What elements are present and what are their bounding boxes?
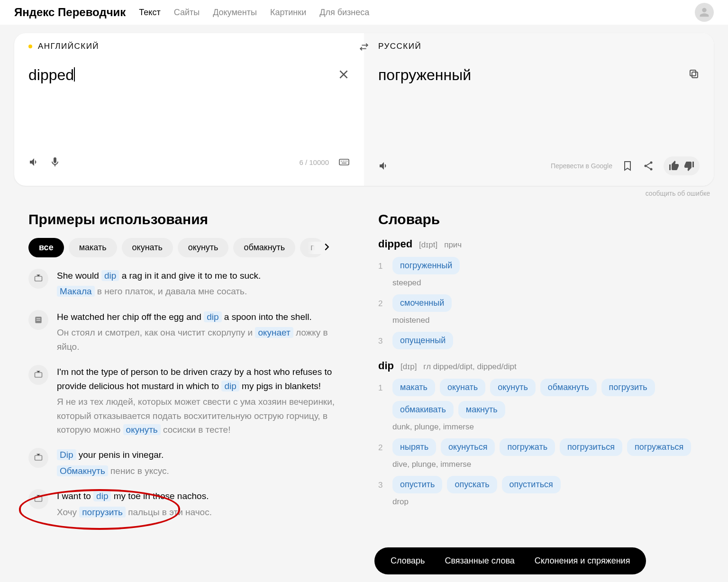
nav-documents[interactable]: Документы (213, 8, 257, 18)
swap-languages-icon[interactable] (359, 42, 369, 54)
svg-rect-8 (36, 318, 40, 319)
dict-tag[interactable]: опускать (447, 476, 497, 493)
example-source-icon[interactable] (28, 448, 48, 468)
nav-images[interactable]: Картинки (270, 8, 306, 18)
highlight-word[interactable]: dip (93, 491, 111, 501)
dict-gloss: dive, plunge, immerse (392, 460, 700, 469)
dict-sense: 2 смоченный moistened (378, 294, 700, 325)
sense-number: 2 (378, 294, 384, 309)
dict-tag[interactable]: погружать (500, 438, 555, 456)
char-counter: 6 / 10000 (299, 158, 329, 166)
keyboard-icon[interactable] (338, 156, 350, 168)
bottom-nav-conjugations[interactable]: Склонения и спряжения (535, 556, 630, 566)
dict-tag[interactable]: опустить (392, 476, 442, 493)
nav-business[interactable]: Для бизнеса (319, 8, 369, 18)
dict-gloss: moistened (392, 316, 700, 325)
chip[interactable]: окунуть (178, 238, 229, 257)
svg-rect-2 (690, 70, 696, 76)
bookmark-icon[interactable] (622, 160, 633, 172)
example-ru: Обмакнуть пенис в уксус. (57, 464, 350, 478)
dict-headword[interactable]: dip (378, 360, 394, 372)
example-ru: Хочу погрузить пальцы в эти начос. (57, 505, 350, 519)
copy-icon[interactable] (688, 68, 700, 80)
highlight-word[interactable]: Dip (57, 449, 76, 460)
chip[interactable]: обмакнуть (233, 238, 295, 257)
nav-text[interactable]: Текст (139, 8, 160, 18)
dict-tag[interactable]: окунуться (441, 438, 495, 456)
examples-column: Примеры использования все макать окунать… (28, 211, 350, 530)
app-header: Яндекс Переводчик Текст Сайты Документы … (0, 0, 728, 25)
target-lang-label[interactable]: РУССКИЙ (378, 42, 421, 51)
report-error-link[interactable]: сообщить об ошибке (14, 190, 710, 197)
source-lang-label[interactable]: АНГЛИЙСКИЙ (38, 42, 99, 51)
feedback-group (664, 156, 700, 175)
highlight-word[interactable]: dip (204, 311, 221, 322)
dict-tag[interactable]: опущенный (392, 332, 453, 349)
chip-all[interactable]: все (28, 238, 64, 257)
dict-tag[interactable]: смоченный (392, 294, 452, 312)
example-source-icon[interactable] (28, 269, 48, 289)
dict-tag[interactable]: погрузить (601, 379, 655, 396)
dict-tag[interactable]: нырять (392, 438, 436, 456)
svg-rect-1 (692, 72, 698, 78)
speaker-icon[interactable] (28, 156, 40, 168)
thumbs-down-icon[interactable] (683, 160, 695, 172)
bottom-nav-dictionary[interactable]: Словарь (391, 556, 425, 566)
source-pane: АНГЛИЙСКИЙ dipped 6 / 10000 (14, 33, 364, 186)
dict-sense: 3 опуститьопускатьопуститься drop (378, 476, 700, 507)
dict-tag[interactable]: макать (392, 379, 435, 396)
chevron-right-icon (321, 242, 332, 252)
example-source-icon[interactable] (28, 489, 48, 509)
highlight-word[interactable]: окунает (255, 327, 293, 338)
dict-gloss: drop (392, 497, 700, 507)
example-source-icon[interactable] (28, 365, 48, 385)
highlight-word[interactable]: dip (101, 270, 119, 281)
logo[interactable]: Яндекс Переводчик (14, 6, 126, 19)
dictionary-title: Словарь (378, 211, 700, 227)
mic-icon[interactable] (49, 156, 61, 168)
source-text-input[interactable]: dipped (28, 66, 74, 83)
highlight-word[interactable]: dip (221, 381, 239, 391)
chip[interactable]: окунать (122, 238, 173, 257)
target-pane: РУССКИЙ погруженный Перевести в Google (364, 33, 714, 186)
dict-tag[interactable]: погрузиться (560, 438, 622, 456)
translation-box: АНГЛИЙСКИЙ dipped 6 / 10000 РУССКИЙ погр (14, 33, 714, 186)
dict-tag[interactable]: погруженный (392, 257, 460, 274)
user-avatar[interactable] (695, 3, 714, 22)
chips-scroll-right[interactable] (307, 242, 332, 254)
example-item: Dip your penis in vinegar. Обмакнуть пен… (28, 448, 350, 478)
example-source-icon[interactable] (28, 310, 48, 330)
highlight-word[interactable]: Макала (57, 286, 95, 297)
dict-tag[interactable]: обмакивать (392, 401, 454, 418)
highlight-word[interactable]: окунуть (123, 424, 161, 435)
clear-icon[interactable] (337, 68, 350, 81)
sense-number: 3 (378, 476, 384, 490)
dict-tag[interactable]: погружаться (627, 438, 691, 456)
user-icon (698, 6, 711, 19)
example-en: He watched her chip off the egg and dip … (57, 310, 350, 324)
main-nav: Текст Сайты Документы Картинки Для бизне… (139, 8, 369, 18)
highlight-word[interactable]: Обмакнуть (57, 465, 108, 476)
dict-tag[interactable]: макнуть (458, 401, 505, 418)
svg-rect-12 (35, 497, 42, 501)
dict-headword[interactable]: dipped (378, 238, 412, 250)
example-filter-chips: все макать окунать окунуть обмакнуть пог… (28, 238, 332, 257)
share-icon[interactable] (643, 160, 654, 172)
svg-rect-6 (35, 276, 42, 281)
examples-title: Примеры использования (28, 211, 350, 227)
dict-sense: 1 погруженный steeped (378, 257, 700, 288)
nav-sites[interactable]: Сайты (174, 8, 200, 18)
dict-tag[interactable]: окунать (440, 379, 485, 396)
chip[interactable]: макать (69, 238, 117, 257)
dict-tag[interactable]: окунуть (490, 379, 536, 396)
external-translate-link[interactable]: Перевести в Google (551, 162, 612, 170)
thumbs-up-icon[interactable] (668, 160, 680, 172)
sense-number: 1 (378, 257, 384, 271)
example-item: He watched her chip off the egg and dip … (28, 310, 350, 354)
bottom-nav-related[interactable]: Связанные слова (445, 556, 514, 566)
highlight-word[interactable]: погрузить (79, 507, 126, 518)
dict-tag[interactable]: опуститься (502, 476, 561, 493)
example-item: I'm not the type of person to be driven … (28, 365, 350, 436)
speaker-icon[interactable] (378, 160, 390, 172)
dict-tag[interactable]: обмакнуть (540, 379, 597, 396)
